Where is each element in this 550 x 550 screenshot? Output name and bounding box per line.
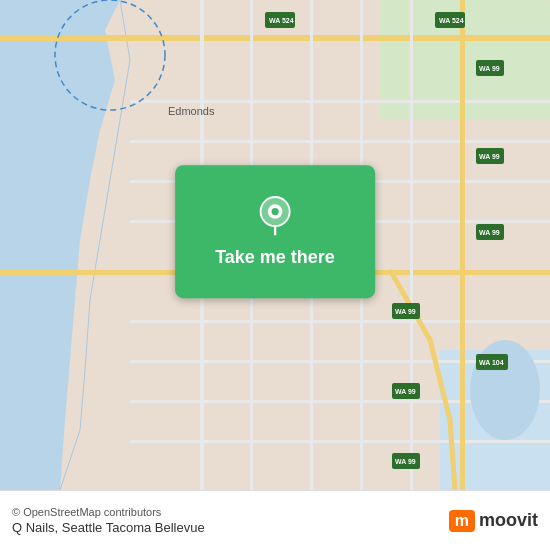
svg-rect-10 xyxy=(130,140,550,143)
moovit-wordmark: moovit xyxy=(479,510,538,531)
button-overlay: Take me there xyxy=(175,165,375,298)
svg-rect-9 xyxy=(130,100,550,103)
map-attribution: © OpenStreetMap contributors xyxy=(12,506,205,518)
svg-rect-13 xyxy=(460,0,465,490)
svg-text:WA 104: WA 104 xyxy=(479,359,504,366)
svg-text:WA 99: WA 99 xyxy=(395,308,416,315)
svg-rect-18 xyxy=(410,0,413,490)
location-pin-icon xyxy=(255,195,295,235)
svg-point-44 xyxy=(271,208,278,215)
svg-rect-3 xyxy=(0,35,550,41)
svg-rect-5 xyxy=(130,320,550,323)
place-name: Q Nails, Seattle Tacoma Bellevue xyxy=(12,520,205,535)
take-me-there-button[interactable]: Take me there xyxy=(175,165,375,298)
map-area[interactable]: Edmonds WA 524 WA 524 WA 99 WA 99 WA 99 … xyxy=(0,0,550,490)
svg-text:WA 99: WA 99 xyxy=(395,388,416,395)
svg-text:WA 524: WA 524 xyxy=(439,17,464,24)
svg-text:WA 99: WA 99 xyxy=(479,65,500,72)
take-me-there-label: Take me there xyxy=(215,247,335,268)
bottom-bar: © OpenStreetMap contributors Q Nails, Se… xyxy=(0,490,550,550)
svg-text:Edmonds: Edmonds xyxy=(168,105,215,117)
svg-text:WA 99: WA 99 xyxy=(395,458,416,465)
svg-text:WA 99: WA 99 xyxy=(479,153,500,160)
svg-rect-8 xyxy=(130,440,550,443)
svg-text:WA 99: WA 99 xyxy=(479,229,500,236)
moovit-logo: m moovit xyxy=(449,510,538,532)
svg-text:WA 524: WA 524 xyxy=(269,17,294,24)
moovit-m-icon: m xyxy=(449,510,475,532)
